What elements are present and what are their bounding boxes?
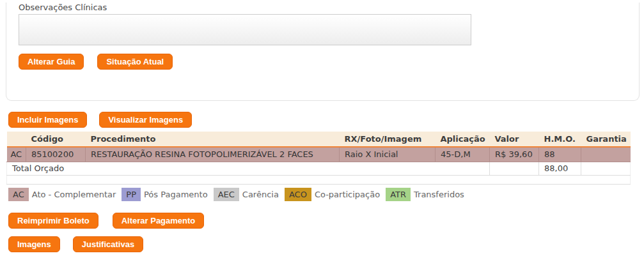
bottom-button-row: Imagens Justificativas <box>8 236 644 252</box>
col-header-procedimento: Procedimento <box>86 132 340 147</box>
legend-badge-atr: ATR <box>386 188 411 201</box>
procedure-tag-cell: AC <box>7 147 26 162</box>
col-header-hmo: H.M.O. <box>539 132 581 147</box>
table-header-row: Código Procedimento RX/Foto/Imagem Aplic… <box>7 132 631 147</box>
total-garantia-cell <box>581 162 631 175</box>
legend-badge-aco: ACO <box>285 188 311 201</box>
legend-label-aco: Co-participação <box>315 190 380 199</box>
reimprimir-boleto-button[interactable]: Reimprimir Boleto <box>8 213 98 229</box>
procedure-aplicacao-cell: 45-D,M <box>436 147 490 162</box>
visualizar-imagens-button[interactable]: Visualizar Imagens <box>99 112 192 128</box>
col-header-tag <box>7 132 26 147</box>
imagens-button[interactable]: Imagens <box>8 236 60 252</box>
payment-button-row: Reimprimir Boleto Alterar Pagamento <box>8 213 644 229</box>
procedure-name-cell: RESTAURAÇÃO RESINA FOTOPOLIMERIZÁVEL 2 F… <box>86 147 340 162</box>
status-legend: AC Ato - Complementar PP Pós Pagamento A… <box>8 188 644 201</box>
col-header-garantia: Garantia <box>581 132 631 147</box>
total-row: Total Orçado 88,00 <box>7 162 631 175</box>
procedures-table: Código Procedimento RX/Foto/Imagem Aplic… <box>6 132 631 185</box>
clinical-observations-card: Observações Clínicas Alterar Guia Situaç… <box>6 3 640 101</box>
col-header-rx-foto-imagem: RX/Foto/Imagem <box>340 132 436 147</box>
observations-textarea[interactable] <box>19 14 471 45</box>
total-valor-cell <box>490 162 539 175</box>
col-header-valor: Valor <box>490 132 539 147</box>
procedure-rx-cell: Raio X Inicial <box>340 147 436 162</box>
total-hmo-cell: 88,00 <box>539 162 581 175</box>
procedure-valor-cell: R$ 39,60 <box>490 147 539 162</box>
alterar-pagamento-button[interactable]: Alterar Pagamento <box>113 213 205 229</box>
legend-label-ac: Ato - Complementar <box>32 190 116 199</box>
procedure-garantia-cell <box>581 147 631 162</box>
procedure-row[interactable]: AC 85100200 RESTAURAÇÃO RESINA FOTOPOLIM… <box>7 147 631 162</box>
legend-badge-aec: AEC <box>214 188 239 201</box>
images-button-row: Incluir Imagens Visualizar Imagens <box>8 112 644 128</box>
procedure-hmo-cell: 88 <box>539 147 581 162</box>
legend-label-atr: Transferidos <box>414 190 464 199</box>
table-footer-spacer-row <box>7 175 631 184</box>
procedure-codigo-cell: 85100200 <box>26 147 86 162</box>
situacao-atual-button[interactable]: Situação Atual <box>97 54 173 70</box>
legend-label-pp: Pós Pagamento <box>144 190 208 199</box>
legend-label-aec: Carência <box>242 190 279 199</box>
observations-label: Observações Clínicas <box>19 3 639 12</box>
alterar-guia-button[interactable]: Alterar Guia <box>19 54 84 70</box>
legend-badge-ac: AC <box>8 188 29 201</box>
legend-badge-pp: PP <box>122 188 141 201</box>
incluir-imagens-button[interactable]: Incluir Imagens <box>8 112 87 128</box>
col-header-codigo: Código <box>26 132 86 147</box>
col-header-aplicacao: Aplicação <box>436 132 490 147</box>
card-button-row: Alterar Guia Situação Atual <box>19 54 639 70</box>
justificativas-button[interactable]: Justificativas <box>73 236 143 252</box>
total-label-cell: Total Orçado <box>7 162 490 175</box>
